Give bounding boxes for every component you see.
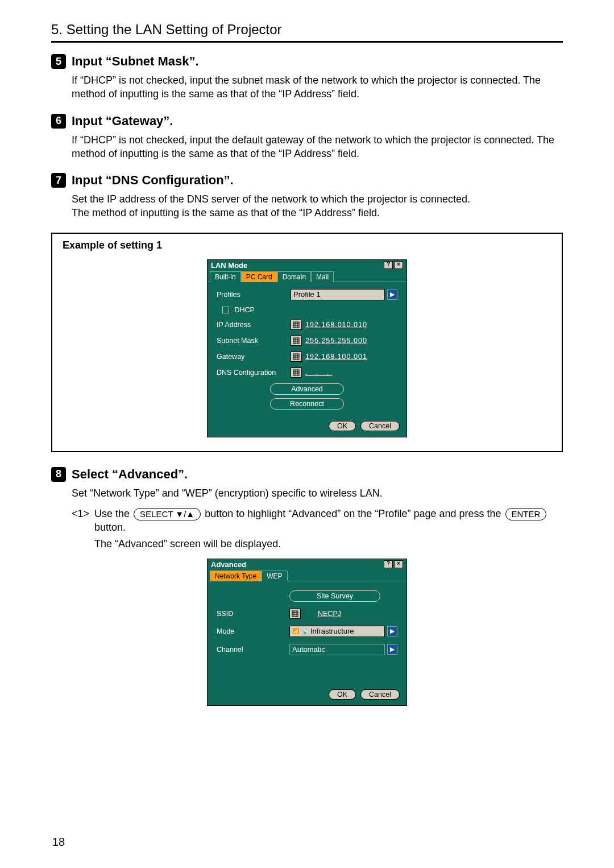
advanced-button[interactable]: Advanced — [270, 383, 344, 395]
wireless-icon: 📶 — [292, 628, 299, 634]
step-number-7: 7 — [51, 173, 66, 188]
channel-field[interactable]: Automatic — [289, 644, 385, 655]
reconnect-button[interactable]: Reconnect — [270, 398, 344, 410]
close-icon[interactable]: × — [394, 560, 403, 568]
ssid-value[interactable]: NECPJ — [304, 610, 355, 618]
site-survey-button[interactable]: Site Survey — [289, 590, 380, 602]
step-7: 7 Input “DNS Configuration”. Set the IP … — [51, 173, 563, 220]
dialog-titlebar: LAN Mode ? × — [208, 260, 406, 271]
mode-value: Infrastructure — [310, 627, 354, 635]
step-title-5: Input “Subnet Mask”. — [72, 54, 199, 69]
channel-arrow-icon[interactable]: ▶ — [387, 644, 397, 655]
step-number-6: 6 — [51, 114, 66, 129]
profiles-arrow-icon[interactable]: ▶ — [387, 290, 397, 300]
example-label: Example of setting 1 — [63, 239, 551, 251]
example-box-1: Example of setting 1 LAN Mode ? × Built-… — [51, 233, 563, 452]
tab-pc-card[interactable]: PC Card — [241, 271, 277, 282]
adv-ok-button[interactable]: OK — [329, 689, 356, 700]
ip-value[interactable]: 192.168.010.010 — [305, 321, 367, 329]
dhcp-label: DHCP — [234, 306, 254, 314]
step-8: 8 Select “Advanced”. Set “Network Type” … — [51, 467, 563, 500]
close-icon[interactable]: × — [394, 261, 403, 269]
step-5: 5 Input “Subnet Mask”. If “DHCP” is not … — [51, 54, 563, 101]
keypad-icon[interactable] — [291, 336, 302, 346]
cancel-button[interactable]: Cancel — [360, 421, 400, 431]
substep-num: <1> — [72, 507, 94, 520]
svg-rect-20 — [292, 611, 298, 617]
ssid-label: SSID — [217, 610, 289, 618]
svg-rect-5 — [293, 338, 299, 344]
keypad-icon[interactable] — [291, 367, 302, 378]
substep-text-post: button. — [94, 522, 126, 533]
chapter-title: 5. Setting the LAN Setting of Projector — [51, 22, 563, 38]
step-title-7: Input “DNS Configuration”. — [72, 173, 234, 188]
tab-domain[interactable]: Domain — [277, 271, 311, 282]
tab-builtin[interactable]: Built-in — [210, 271, 241, 282]
step-body-8: Set “Network Type” and “WEP” (encryption… — [72, 486, 563, 500]
subnet-value[interactable]: 255.255.255.000 — [305, 337, 367, 345]
step-6: 6 Input “Gateway”. If “DHCP” is not chec… — [51, 114, 563, 161]
tab-bar: Built-in PC Card Domain Mail — [208, 271, 406, 282]
mode-label: Mode — [217, 627, 289, 635]
tower-icon: 📡 — [301, 628, 308, 634]
mode-field[interactable]: 📶 📡 Infrastructure — [289, 626, 385, 637]
svg-rect-15 — [293, 370, 299, 375]
channel-label: Channel — [217, 646, 289, 654]
step-title-8: Select “Advanced”. — [72, 467, 188, 482]
keypad-icon[interactable] — [291, 352, 302, 362]
keypad-icon[interactable] — [289, 609, 301, 619]
step-body-7: Set the IP address of the DNS server of … — [72, 192, 563, 220]
substep-text-mid: button to highlight “Advanced” on the “P… — [205, 508, 504, 519]
keycap-enter: ENTER — [505, 508, 547, 520]
mode-arrow-icon[interactable]: ▶ — [387, 626, 397, 636]
dhcp-checkbox[interactable] — [222, 307, 229, 313]
dns-value[interactable]: . . . — [305, 369, 332, 377]
keypad-icon[interactable] — [291, 320, 302, 330]
dialog-title: LAN Mode — [211, 261, 247, 270]
advanced-dialog: Advanced ? × Network Type WEP Site Surve… — [207, 559, 407, 706]
substep-1: <1> Use the SELECT ▼/▲ button to highlig… — [72, 507, 563, 535]
title-rule — [51, 41, 563, 43]
channel-value: Automatic — [292, 645, 325, 654]
adv-cancel-button[interactable]: Cancel — [360, 689, 400, 700]
ip-label: IP Address — [217, 321, 291, 329]
step-body-6: If “DHCP” is not checked, input the defa… — [72, 133, 563, 161]
adv-titlebar: Advanced ? × — [208, 559, 406, 570]
profiles-value: Profile 1 — [293, 290, 321, 299]
dns-label: DNS Configuration — [217, 369, 291, 377]
step-number-8: 8 — [51, 467, 66, 482]
ok-button[interactable]: OK — [329, 421, 356, 431]
lan-mode-dialog: LAN Mode ? × Built-in PC Card Domain Mai… — [207, 259, 407, 437]
keycap-select: SELECT ▼/▲ — [134, 508, 201, 520]
help-icon[interactable]: ? — [384, 261, 393, 269]
tab-wep[interactable]: WEP — [262, 571, 287, 581]
help-icon[interactable]: ? — [384, 560, 393, 568]
adv-tab-bar: Network Type WEP — [208, 570, 406, 581]
gateway-value[interactable]: 192.168.100.001 — [305, 353, 367, 361]
substep-after: The “Advanced” screen will be displayed. — [94, 537, 563, 551]
svg-rect-0 — [293, 322, 299, 328]
subnet-label: Subnet Mask — [217, 337, 291, 345]
page-number: 18 — [52, 836, 65, 849]
step-title-6: Input “Gateway”. — [72, 114, 173, 129]
tab-network-type[interactable]: Network Type — [210, 571, 262, 581]
step-number-5: 5 — [51, 54, 66, 69]
tab-mail[interactable]: Mail — [311, 271, 334, 282]
substep-text-pre: Use the — [94, 508, 132, 519]
adv-title: Advanced — [211, 560, 246, 569]
gateway-label: Gateway — [217, 353, 291, 361]
svg-rect-10 — [293, 354, 299, 359]
dhcp-row[interactable]: DHCP — [217, 306, 291, 314]
profiles-label: Profiles — [217, 291, 291, 299]
profiles-field[interactable]: Profile 1 — [291, 289, 385, 300]
step-body-5: If “DHCP” is not checked, input the subn… — [72, 73, 563, 101]
